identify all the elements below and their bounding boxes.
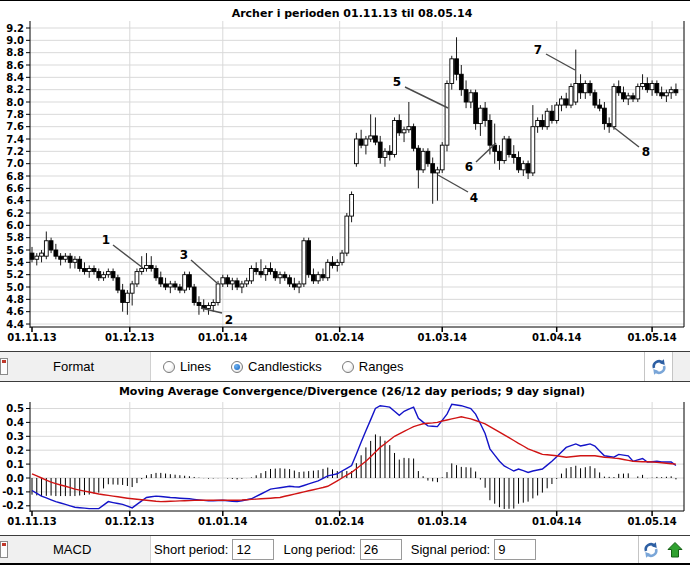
svg-text:4.6: 4.6 [6, 306, 24, 317]
chart-window: 123456784.44.64.85.05.25.45.65.86.06.26.… [0, 0, 690, 565]
macd-toolbar: MACD Short period:Long period:Signal per… [0, 535, 690, 565]
svg-text:01.12.13: 01.12.13 [105, 516, 154, 527]
svg-text:7.0: 7.0 [6, 158, 24, 169]
svg-text:01.01.14: 01.01.14 [198, 516, 247, 527]
svg-text:5.2: 5.2 [6, 269, 24, 280]
grip-red-mark [2, 543, 6, 546]
format-toolbar: Format LinesCandlesticksRanges [0, 351, 690, 382]
short-period-input[interactable] [232, 539, 274, 560]
svg-text:6.6: 6.6 [6, 183, 24, 194]
radio-circle-icon [342, 361, 354, 373]
svg-text:4.8: 4.8 [6, 294, 24, 305]
svg-text:9.2: 9.2 [6, 23, 24, 34]
svg-text:01.03.14: 01.03.14 [418, 516, 467, 527]
radio-circle-icon [163, 361, 175, 373]
grip-red-mark [2, 360, 6, 363]
svg-text:5: 5 [393, 75, 401, 89]
svg-text:4.4: 4.4 [6, 319, 24, 330]
svg-text:7.8: 7.8 [6, 109, 24, 120]
svg-text:7.2: 7.2 [6, 146, 24, 157]
svg-text:0.4: 0.4 [6, 417, 24, 428]
radio-label: Ranges [359, 359, 404, 374]
svg-text:6.8: 6.8 [6, 171, 24, 182]
svg-text:6: 6 [465, 160, 473, 174]
svg-text:1: 1 [102, 233, 110, 247]
svg-text:5.6: 5.6 [6, 245, 24, 256]
panel-grip-icon[interactable] [0, 541, 8, 558]
panel-grip-icon[interactable] [0, 358, 8, 375]
format-bar-label: Format [8, 359, 150, 374]
svg-text:0.1: 0.1 [6, 459, 24, 470]
macd-bar-label: MACD [8, 542, 150, 557]
svg-text:5.8: 5.8 [6, 232, 24, 243]
radio-candlesticks[interactable]: Candlesticks [231, 359, 322, 374]
svg-text:-0.2: -0.2 [2, 500, 24, 511]
svg-text:01.11.13: 01.11.13 [7, 332, 56, 343]
svg-text:8.4: 8.4 [6, 72, 24, 83]
svg-text:01.02.14: 01.02.14 [315, 332, 364, 343]
svg-text:9.0: 9.0 [6, 35, 24, 46]
up-arrow-icon [666, 541, 684, 559]
svg-text:01.04.14: 01.04.14 [532, 332, 581, 343]
radio-label: Lines [180, 359, 211, 374]
svg-text:7.6: 7.6 [6, 121, 24, 132]
long-period-label: Long period: [283, 542, 355, 557]
refresh-icon [650, 358, 668, 376]
format-bar-tail [673, 352, 690, 381]
svg-text:8.0: 8.0 [6, 97, 24, 108]
radio-label: Candlesticks [248, 359, 322, 374]
refresh-icon [642, 541, 660, 559]
radio-circle-icon [231, 361, 243, 373]
svg-text:3: 3 [180, 248, 188, 262]
svg-text:0.5: 0.5 [6, 403, 24, 414]
svg-text:01.04.14: 01.04.14 [532, 516, 581, 527]
format-radio-group: LinesCandlesticksRanges [150, 352, 644, 381]
svg-text:0.3: 0.3 [6, 431, 24, 442]
signal-period-label: Signal period: [411, 542, 491, 557]
svg-text:01.03.14: 01.03.14 [418, 332, 467, 343]
up-arrow-button[interactable] [663, 536, 687, 563]
long-period-field: Long period: [283, 539, 401, 560]
svg-text:8.8: 8.8 [6, 47, 24, 58]
svg-text:4: 4 [470, 191, 478, 205]
radio-lines[interactable]: Lines [163, 359, 211, 374]
short-period-label: Short period: [154, 542, 228, 557]
svg-text:7.4: 7.4 [6, 134, 24, 145]
svg-text:01.05.14: 01.05.14 [627, 332, 676, 343]
macd-period-fields: Short period:Long period:Signal period: [150, 536, 638, 563]
svg-text:2: 2 [225, 313, 233, 327]
svg-text:6.0: 6.0 [6, 220, 24, 231]
refresh-button[interactable] [639, 536, 663, 563]
svg-text:01.01.14: 01.01.14 [198, 332, 247, 343]
svg-text:5.0: 5.0 [6, 282, 24, 293]
svg-text:7: 7 [534, 43, 542, 57]
svg-text:5.4: 5.4 [6, 257, 24, 268]
svg-text:01.02.14: 01.02.14 [315, 516, 364, 527]
svg-text:-0.1: -0.1 [2, 486, 24, 497]
svg-text:01.12.13: 01.12.13 [105, 332, 154, 343]
radio-ranges[interactable]: Ranges [342, 359, 404, 374]
svg-text:Moving Average Convergence/Div: Moving Average Convergence/Divergence (2… [119, 385, 585, 398]
price-chart[interactable]: 123456784.44.64.85.05.25.45.65.86.06.26.… [0, 1, 690, 351]
svg-text:8.2: 8.2 [6, 84, 24, 95]
svg-text:0.2: 0.2 [6, 445, 24, 456]
svg-text:8.6: 8.6 [6, 60, 24, 71]
macd-chart[interactable]: 0.50.40.30.20.10.0-0.1-0.201.11.1301.12.… [0, 382, 690, 535]
refresh-button[interactable] [644, 352, 673, 381]
signal-period-input[interactable] [494, 539, 536, 560]
long-period-input[interactable] [360, 539, 402, 560]
svg-text:0.0: 0.0 [6, 473, 24, 484]
svg-text:Archer i perioden 01.11.13 til: Archer i perioden 01.11.13 til 08.05.14 [232, 7, 473, 20]
svg-text:6.4: 6.4 [6, 195, 24, 206]
short-period-field: Short period: [154, 539, 274, 560]
svg-text:01.05.14: 01.05.14 [627, 516, 676, 527]
svg-text:6.2: 6.2 [6, 208, 24, 219]
svg-text:8: 8 [642, 145, 650, 159]
svg-text:01.11.13: 01.11.13 [7, 516, 56, 527]
signal-period-field: Signal period: [411, 539, 537, 560]
